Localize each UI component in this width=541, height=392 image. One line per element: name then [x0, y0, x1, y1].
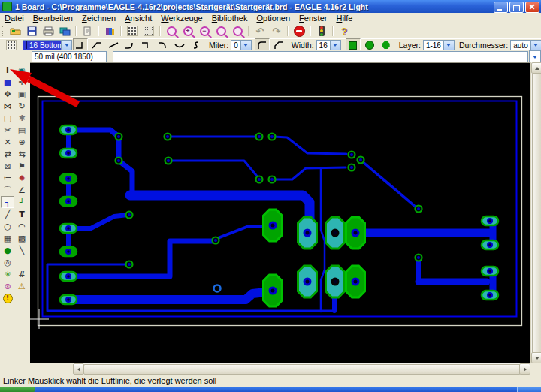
zoom-redraw-button[interactable]	[230, 24, 245, 38]
zoom-in-button[interactable]: +	[180, 24, 195, 38]
mirror-icon: ⋈	[4, 101, 12, 111]
horizontal-scroll-thumb[interactable]	[83, 364, 521, 375]
tool-show[interactable]: ◉	[15, 64, 29, 76]
tool-ripup[interactable]: ┘	[15, 196, 29, 208]
auto-icon: #	[18, 270, 25, 279]
menu-hilfe[interactable]: Hilfe	[331, 14, 357, 23]
via-octagon-icon	[382, 41, 390, 49]
board-schematic-button[interactable]	[57, 24, 72, 38]
via-layer-select[interactable]: 1-16	[423, 40, 455, 51]
print-button[interactable]	[41, 24, 56, 38]
tool-mark[interactable]: ✛	[15, 76, 29, 88]
tool-info[interactable]: i	[1, 64, 14, 76]
menu-fenster[interactable]: Fenster	[295, 14, 331, 23]
width-select[interactable]: 16	[316, 40, 341, 51]
zoom-out-button[interactable]: −	[197, 24, 212, 38]
toolbar-grip	[2, 26, 5, 36]
tool-errors[interactable]: ⚠	[15, 280, 29, 292]
redo-button[interactable]: ↷	[269, 24, 284, 38]
board-canvas[interactable]	[30, 62, 530, 364]
tool-wire[interactable]: ╱	[1, 208, 14, 220]
script-button[interactable]	[80, 24, 95, 38]
restore-button[interactable]	[509, 2, 524, 13]
tool-move[interactable]: ✥	[1, 88, 14, 100]
menu-datei[interactable]: Datei	[0, 14, 29, 23]
minimize-button[interactable]	[494, 2, 508, 13]
tool-cut[interactable]: ✂	[1, 124, 14, 136]
tool-copy[interactable]: ▣	[15, 88, 29, 100]
horizontal-scrollbar[interactable]	[73, 363, 530, 375]
tool-add[interactable]: ⊕	[15, 136, 29, 148]
diameter-select[interactable]: auto	[510, 40, 541, 51]
vertical-scrollbar[interactable]	[530, 62, 541, 363]
tool-route[interactable]: ┐	[1, 196, 14, 208]
grid-dots-button[interactable]	[125, 24, 140, 38]
tool-lock[interactable]: ⊠	[1, 160, 14, 172]
tool-polygon[interactable]: ▩	[15, 232, 29, 244]
redo-icon: ↷	[273, 26, 281, 37]
command-input[interactable]	[113, 51, 528, 62]
scroll-right-button[interactable]	[519, 363, 530, 375]
tool-paste[interactable]: ▤	[15, 124, 29, 136]
arc-icon: ◠	[18, 222, 26, 231]
via-square-icon	[349, 41, 357, 50]
traffic-light-button[interactable]	[314, 24, 329, 38]
tool-miter[interactable]: ⌒	[1, 184, 14, 196]
vertical-scroll-thumb[interactable]	[532, 73, 541, 354]
tool-palette: i◉■✛✥▣⋈↻▢✱✂▤✕⊕⇄⇆⊠⚑≔✸⌒∠┐┘╱T○◠▦▩●╲◎✳#⊛⚠!	[0, 62, 30, 363]
menu-werkzeuge[interactable]: Werkzeuge	[156, 14, 207, 23]
lock-icon: ⊠	[4, 161, 11, 171]
start-button[interactable]	[0, 387, 35, 392]
command-history-dropdown[interactable]	[529, 50, 541, 63]
tool-arc[interactable]: ◠	[15, 220, 29, 232]
tool-rotate[interactable]: ↻	[15, 100, 29, 112]
tool-replace[interactable]: ⇆	[15, 148, 29, 160]
save-button[interactable]	[24, 24, 39, 38]
scroll-up-button[interactable]	[531, 62, 541, 74]
menu-zeichnen[interactable]: Zeichnen	[77, 14, 120, 23]
menu-bibliothek[interactable]: Bibliothek	[207, 14, 252, 23]
zoom-in-icon: +	[183, 26, 193, 36]
tool-name[interactable]: ⚑	[15, 160, 29, 172]
tool-mirror[interactable]: ⋈	[1, 100, 14, 112]
pcb-svg	[30, 63, 530, 364]
tool-value[interactable]: ≔	[1, 172, 14, 184]
tool-via[interactable]: ●	[1, 244, 14, 256]
via-layer-value: 1-16	[424, 41, 443, 50]
library-button[interactable]	[102, 24, 117, 38]
grid-mesh-button[interactable]	[141, 24, 156, 38]
miter-select[interactable]: 0	[231, 40, 252, 51]
tool-signal[interactable]: ╲	[15, 244, 29, 256]
miter-value: 0	[231, 41, 240, 50]
tool-pinswap[interactable]: ⇄	[1, 148, 14, 160]
bend-arc-icon	[125, 41, 135, 50]
tool-smash[interactable]: ✸	[15, 172, 29, 184]
tool-warning[interactable]: !	[1, 292, 14, 304]
board-schematic-icon	[59, 26, 71, 36]
tool-text[interactable]: T	[15, 208, 29, 220]
tool-circle[interactable]: ○	[1, 220, 14, 232]
tool-drc[interactable]: ⊛	[1, 280, 14, 292]
tool-ratsnest[interactable]: ✳	[1, 268, 14, 280]
stop-button[interactable]	[292, 24, 307, 38]
menu-bearbeiten[interactable]: Bearbeiten	[29, 14, 77, 23]
tool-change[interactable]: ✱	[15, 112, 29, 124]
tool-rect[interactable]: ▦	[1, 232, 14, 244]
scroll-down-button[interactable]	[531, 352, 541, 363]
open-button[interactable]	[8, 24, 23, 38]
tool-split[interactable]: ∠	[15, 184, 29, 196]
undo-button[interactable]: ↶	[252, 24, 267, 38]
tool-hole[interactable]: ◎	[1, 256, 14, 268]
zoom-select-button[interactable]	[213, 24, 228, 38]
layer-select[interactable]: 16 Bottom	[23, 40, 72, 51]
tool-auto[interactable]: #	[15, 268, 29, 280]
menu-optionen[interactable]: Optionen	[252, 14, 295, 23]
help-button[interactable]: ?	[337, 24, 352, 38]
tool-display[interactable]: ■	[1, 76, 14, 88]
scroll-left-button[interactable]	[73, 363, 84, 375]
tool-delete[interactable]: ✕	[1, 136, 14, 148]
close-button[interactable]	[525, 2, 539, 13]
zoom-fit-button[interactable]	[164, 24, 179, 38]
tool-group[interactable]: ▢	[1, 112, 14, 124]
menu-ansicht[interactable]: Ansicht	[120, 14, 156, 23]
